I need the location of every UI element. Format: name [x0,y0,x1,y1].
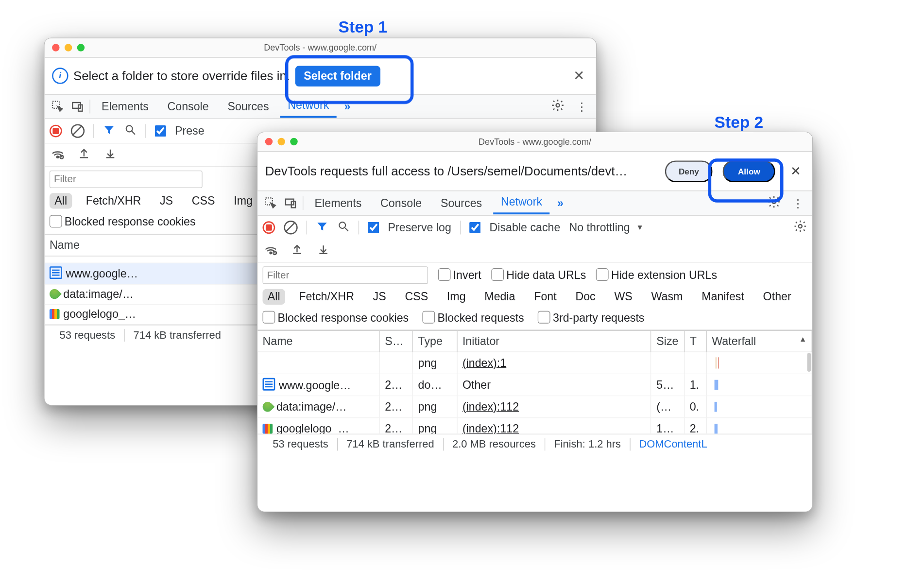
clear-icon[interactable] [281,218,300,237]
table-row[interactable]: googlelogo_… 2… png (index):112 1… 2. [257,418,812,434]
tab-sources[interactable]: Sources [220,96,276,117]
blocked-cookies-checkbox[interactable] [263,311,275,324]
blocked-cookies-checkbox[interactable] [50,215,62,227]
kebab-menu-icon[interactable]: ⋮ [572,97,591,116]
col-waterfall[interactable]: Waterfall▲ [706,330,812,352]
close-window-icon[interactable] [52,44,59,51]
deny-button[interactable]: Deny [665,160,713,182]
inspect-element-icon[interactable] [263,196,279,210]
select-folder-button[interactable]: Select folder [295,66,380,86]
col-type[interactable]: Type [413,330,457,352]
type-css[interactable]: CSS [400,289,433,305]
filter-input[interactable] [263,266,428,284]
device-toolbar-icon[interactable] [69,100,86,113]
type-all[interactable]: All [50,193,72,208]
col-size[interactable]: Size [651,330,684,352]
tab-elements[interactable]: Elements [307,193,369,214]
table-row-partial[interactable]: png (index):1 [257,352,812,374]
filter-input[interactable] [50,171,203,188]
svg-rect-1 [72,103,81,108]
zoom-window-icon[interactable] [77,44,85,51]
network-settings-gear-icon[interactable] [793,219,807,236]
filter-toggle-icon[interactable] [316,220,328,235]
window-controls[interactable] [52,44,85,51]
hide-data-urls-label: Hide data URLs [506,269,586,281]
tab-network[interactable]: Network [493,192,549,214]
step1-label: Step 1 [339,17,388,37]
more-tabs-icon[interactable]: » [341,98,354,116]
table-row[interactable]: data:image/… 2… png (index):112 (… 0. [257,396,812,418]
preserve-log-label-cut: Prese [175,124,205,138]
hide-data-urls-checkbox[interactable] [491,268,504,281]
allow-button[interactable]: Allow [723,160,775,182]
throttling-select[interactable]: No throttling▼ [569,221,643,234]
inspect-element-icon[interactable] [50,100,66,113]
more-tabs-icon[interactable]: » [553,194,567,212]
network-toolbar: Preserve log Disable cache No throttling… [257,216,812,240]
invert-checkbox[interactable] [438,268,451,281]
blocked-requests-checkbox[interactable] [423,311,435,324]
status-finish: Finish: 1.2 hrs [545,438,630,451]
type-img[interactable]: Img [229,193,257,208]
device-toolbar-icon[interactable] [283,196,299,210]
col-time[interactable]: T [684,330,707,352]
table-row[interactable]: www.google… 2… do… Other 5… 1. [257,374,812,396]
type-js[interactable]: JS [155,193,178,208]
columns-header[interactable]: Name S… Type Initiator Size T Waterfall▲ [257,330,812,352]
type-doc[interactable]: Doc [570,289,600,305]
preserve-log-checkbox[interactable] [155,125,166,137]
preserve-log-checkbox[interactable] [368,222,379,233]
settings-gear-icon[interactable] [763,192,785,214]
record-icon[interactable] [50,125,62,138]
minimize-window-icon[interactable] [277,138,285,145]
window-controls[interactable] [265,138,298,145]
type-all[interactable]: All [263,289,285,305]
col-name[interactable]: Name [257,330,379,352]
network-conditions-icon[interactable] [51,147,64,163]
type-fetchxhr[interactable]: Fetch/XHR [81,193,146,208]
close-window-icon[interactable] [265,138,273,145]
filter-toggle-icon[interactable] [103,123,116,138]
export-har-icon[interactable] [77,147,91,163]
col-status[interactable]: S… [379,330,412,352]
export-har-icon[interactable] [290,242,304,259]
status-domcontentloaded[interactable]: DOMContentL [630,438,716,451]
type-media[interactable]: Media [479,289,520,305]
import-har-icon[interactable] [103,147,117,163]
kebab-menu-icon[interactable]: ⋮ [788,194,807,213]
hide-ext-urls-checkbox[interactable] [596,268,609,281]
tab-network[interactable]: Network [280,95,337,118]
search-icon[interactable] [124,123,137,138]
type-css[interactable]: CSS [187,193,220,208]
thirdparty-checkbox[interactable] [538,311,550,324]
close-icon[interactable]: ✕ [568,65,590,86]
close-icon[interactable]: ✕ [787,161,804,181]
type-manifest[interactable]: Manifest [697,289,749,305]
window2-title: DevTools - www.google.com/ [479,137,591,147]
type-wasm[interactable]: Wasm [646,289,688,305]
svg-point-12 [339,222,345,228]
panel-tabs: Elements Console Sources Network » ⋮ [45,95,596,119]
search-icon[interactable] [337,220,350,235]
type-js[interactable]: JS [368,289,391,305]
type-fetchxhr[interactable]: Fetch/XHR [294,289,359,305]
tab-console[interactable]: Console [373,193,429,214]
disable-cache-checkbox[interactable] [469,222,480,233]
tab-sources[interactable]: Sources [433,193,490,214]
col-initiator[interactable]: Initiator [457,330,651,352]
type-ws[interactable]: WS [609,289,637,305]
record-icon[interactable] [263,221,275,234]
network-conditions-icon[interactable] [264,242,277,259]
minimize-window-icon[interactable] [65,44,72,51]
type-img[interactable]: Img [442,289,471,305]
type-other[interactable]: Other [758,289,796,305]
type-font[interactable]: Font [529,289,562,305]
tab-console[interactable]: Console [160,96,216,117]
clear-icon[interactable] [68,121,87,141]
zoom-window-icon[interactable] [290,138,297,145]
scrollbar-thumb[interactable] [807,353,811,372]
tab-elements[interactable]: Elements [94,96,156,117]
import-har-icon[interactable] [316,242,330,259]
settings-gear-icon[interactable] [547,96,568,118]
info-icon: i [52,68,68,84]
